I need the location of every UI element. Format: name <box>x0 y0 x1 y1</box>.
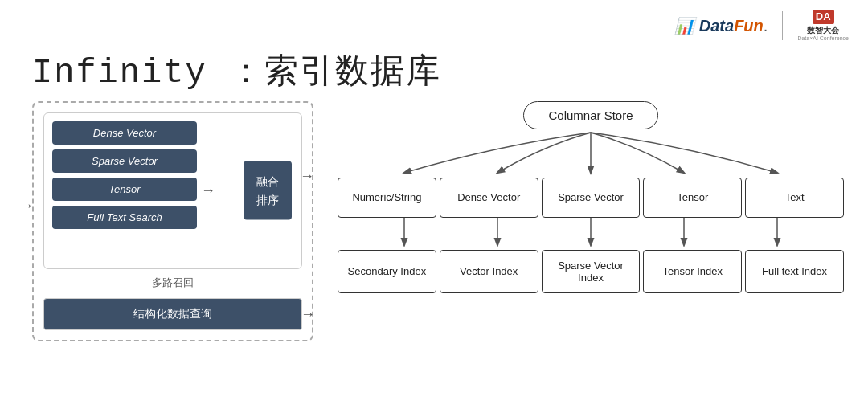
bottom-box-tensor: Tensor Index <box>643 250 742 293</box>
right-diagram: Columnar Store Numeric/ <box>338 101 844 293</box>
arrow-out-right-top: → <box>300 168 314 185</box>
columnar-store-box: Columnar Store <box>523 101 657 129</box>
recall-box: Dense Vector Sparse Vector Tensor Full T… <box>43 112 302 269</box>
da-logo: DA 数智大会 Data×AI Conference <box>797 10 849 42</box>
left-arrow-in: → <box>19 198 34 215</box>
logo-area: 📊 DataFun. DA 数智大会 Data×AI Conference <box>674 10 849 42</box>
down-arrows-svg <box>338 218 844 250</box>
content-area: → Dense Vector Sparse Vector Tensor Full… <box>0 93 868 350</box>
recall-item-tensor: Tensor <box>52 178 197 201</box>
mid-box-text: Text <box>745 178 844 218</box>
recall-item-fulltext: Full Text Search <box>52 206 197 229</box>
recall-items: Dense Vector Sparse Vector Tensor Full T… <box>52 121 197 229</box>
logo-divider <box>782 11 783 40</box>
arrow-to-fusion: → <box>201 182 215 199</box>
da-text: 数智大会 <box>807 26 839 35</box>
mid-box-numeric: Numeric/String <box>338 178 436 218</box>
bottom-box-fulltext: Full text Index <box>745 250 844 293</box>
bottom-row: Secondary Index Vector Index Sparse Vect… <box>338 250 844 293</box>
title-section: Infinity ：索引数据库 <box>0 42 868 93</box>
columnar-store-row: Columnar Store <box>338 101 844 129</box>
bottom-box-secondary: Secondary Index <box>338 250 436 293</box>
mid-box-dense: Dense Vector <box>440 178 538 218</box>
bottom-box-sparse-vector: Sparse Vector Index <box>542 250 641 293</box>
recall-label: 多路召回 <box>43 276 302 290</box>
mid-box-sparse: Sparse Vector <box>542 178 641 218</box>
bottom-box-vector: Vector Index <box>440 250 538 293</box>
arrow-out-right-bottom: → <box>301 305 315 322</box>
mid-box-tensor: Tensor <box>643 178 742 218</box>
fusion-box: 融合排序 <box>244 161 292 220</box>
da-badge: DA <box>813 10 834 24</box>
page-title: Infinity ：索引数据库 <box>32 48 849 93</box>
recall-item-sparse: Sparse Vector <box>52 149 197 173</box>
recall-item-dense: Dense Vector <box>52 121 197 145</box>
da-sub: Data×AI Conference <box>797 35 849 42</box>
datafun-logo: 📊 DataFun. <box>674 16 768 35</box>
header: 📊 DataFun. DA 数智大会 Data×AI Conference <box>0 0 868 42</box>
arch-arrows-svg <box>338 129 844 178</box>
structured-box: 结构化数据查询 <box>43 298 302 330</box>
left-diagram: → Dense Vector Sparse Vector Tensor Full… <box>32 101 313 341</box>
mid-row: Numeric/String Dense Vector Sparse Vecto… <box>338 178 844 218</box>
right-container: Columnar Store Numeric/ <box>338 101 844 293</box>
